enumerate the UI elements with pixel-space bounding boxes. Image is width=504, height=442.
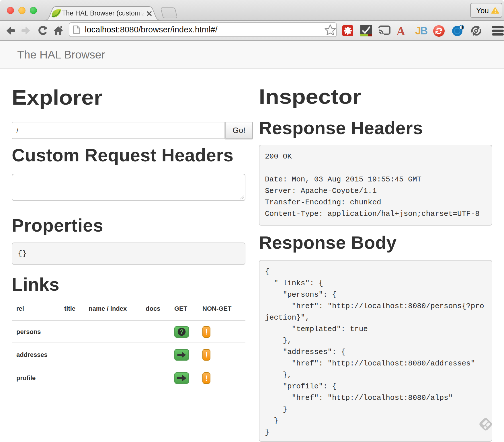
svg-text:?: ? bbox=[179, 328, 183, 336]
